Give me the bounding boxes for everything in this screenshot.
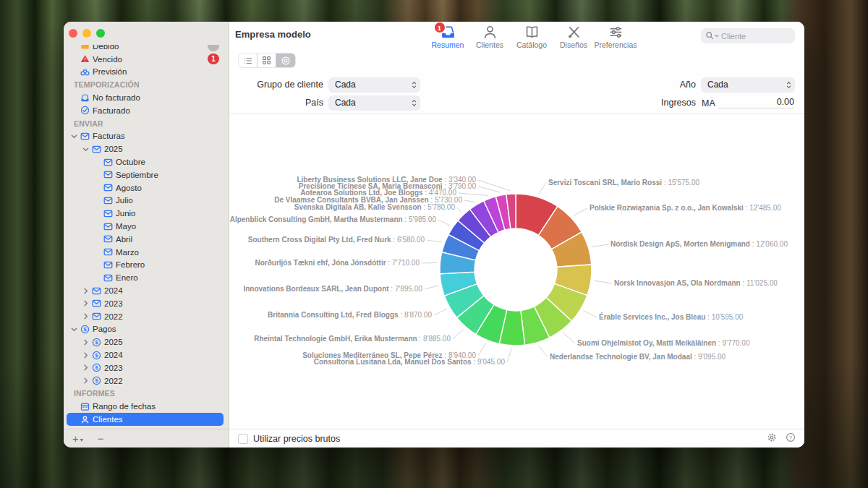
sidebar-item-octubre[interactable]: Octubre: [67, 155, 224, 168]
sidebar-item-mayo[interactable]: Mayo: [67, 220, 224, 233]
dollar-icon: $: [90, 363, 103, 372]
zoom-button[interactable]: [96, 29, 105, 38]
envelope-icon: [90, 312, 103, 321]
grupo-popup[interactable]: Cada: [329, 78, 420, 92]
ingresos-value: 0.00: [718, 97, 794, 108]
sidebar-item-vencido[interactable]: Vencido1: [67, 53, 224, 66]
ano-popup[interactable]: Cada: [702, 78, 794, 92]
label-leader-line: [563, 333, 576, 343]
gross-prices-checkbox[interactable]: [238, 434, 248, 444]
sidebar-item-2022[interactable]: $2022: [67, 374, 224, 388]
chevron-right-icon[interactable]: [81, 313, 90, 320]
label-leader-line: [425, 286, 438, 289]
envelope-icon: [90, 286, 103, 296]
search-field[interactable]: [702, 29, 794, 43]
envelope-icon: [102, 260, 114, 270]
sidebar-item-label: 2024: [103, 351, 224, 359]
sidebar-item-enero[interactable]: Enero: [67, 271, 224, 284]
chevron-right-icon[interactable]: [81, 364, 90, 371]
sidebar-item-abril[interactable]: Abril: [67, 233, 224, 246]
label-leader-line: [538, 345, 548, 357]
sidebar-item-label: Octubre: [114, 158, 224, 166]
grid-view-button[interactable]: [258, 53, 276, 67]
sidebar-list: DebidoVencido1PrevisiónTEMPORIZACIÓNNo f…: [67, 45, 224, 429]
sidebar-item-facturas[interactable]: Facturas: [67, 130, 224, 143]
sidebar-item-rango-de-fechas[interactable]: Rango de fechas: [67, 400, 224, 413]
toolbar-item-resumen[interactable]: 1 Resumen: [430, 24, 466, 49]
label-leader-line: [594, 281, 612, 283]
dollar-icon: $: [90, 338, 103, 347]
sidebar-item-no-facturado[interactable]: No facturado: [67, 91, 224, 104]
help-icon[interactable]: ?: [786, 432, 796, 445]
dollar-icon: $: [90, 351, 103, 360]
chart-label: Polskie Rozwiązania Sp. z o.o., Jan Kowa…: [590, 204, 781, 213]
toolbar-item-clientes[interactable]: Clientes: [472, 24, 508, 49]
chevron-right-icon[interactable]: [81, 352, 90, 359]
sidebar-item-agosto[interactable]: Agosto: [67, 181, 224, 194]
label-leader-line: [478, 180, 511, 191]
sidebar-item-label: 2025: [103, 338, 224, 346]
svg-text:$: $: [95, 364, 98, 371]
toolbar-item-preferencias[interactable]: Preferencias: [597, 24, 634, 49]
sidebar-item-julio[interactable]: Julio: [67, 194, 224, 207]
sidebar-footer: +▾ −: [64, 429, 229, 448]
remove-button[interactable]: −: [98, 432, 104, 445]
envelope-icon: [90, 299, 103, 308]
envelope-icon: [102, 183, 114, 192]
sidebar-item-2022[interactable]: 2022: [67, 310, 224, 323]
chevron-right-icon[interactable]: [81, 300, 90, 307]
chevron-down-icon[interactable]: [69, 326, 79, 333]
list-view-button[interactable]: [239, 53, 258, 67]
sidebar-item-2024[interactable]: $2024: [67, 348, 224, 361]
chart-label: Érable Services Inc., Jos Bleau : 10'595…: [599, 313, 743, 322]
list-icon: [243, 56, 253, 66]
pais-popup[interactable]: Cada: [329, 96, 420, 110]
sidebar-item-febrero[interactable]: Febrero: [67, 259, 224, 272]
envelope-icon: [102, 209, 114, 218]
clients-donut-chart: Servizi Toscani SRL, Mario Rossi : 15'57…: [229, 114, 804, 429]
search-input[interactable]: [721, 32, 791, 40]
envelope-icon: [102, 234, 114, 244]
sidebar-item-label: Junio: [114, 209, 224, 218]
gear-icon[interactable]: [767, 432, 777, 445]
sidebar-item-2025[interactable]: 2025: [67, 142, 224, 155]
label-leader-line: [574, 208, 588, 216]
minimize-button[interactable]: [82, 29, 91, 38]
sidebar-item-label: Vencido: [91, 55, 208, 64]
inbox-tray-icon: 1: [441, 24, 456, 40]
sidebar-item-pagos[interactable]: $Pagos: [67, 323, 224, 336]
svg-text:$: $: [83, 326, 86, 333]
sidebar-item-previsión[interactable]: Previsión: [67, 66, 224, 79]
label-leader-line: [583, 311, 597, 318]
sidebar-item-junio[interactable]: Junio: [67, 207, 224, 220]
ingresos-field[interactable]: MA 0.00: [702, 97, 794, 108]
folder-icon: [79, 45, 91, 51]
sidebar: DebidoVencido1PrevisiónTEMPORIZACIÓNNo f…: [64, 22, 229, 448]
chevron-right-icon[interactable]: [81, 339, 90, 346]
sidebar-item-marzo[interactable]: Marzo: [67, 246, 224, 259]
sidebar-item-label: Facturas: [91, 132, 224, 140]
sidebar-item-facturado[interactable]: Facturado: [67, 104, 224, 117]
label-leader-line: [457, 207, 461, 213]
sidebar-item-2023[interactable]: 2023: [67, 297, 224, 310]
svg-text:$: $: [95, 377, 98, 384]
sidebar-item-clientes[interactable]: Clientes: [67, 413, 224, 426]
chevron-down-icon[interactable]: [81, 146, 90, 153]
chevron-down-icon[interactable]: [69, 133, 79, 140]
toolbar-item-disenos[interactable]: Diseños: [556, 24, 592, 49]
label-leader-line: [459, 193, 489, 196]
donut-view-button[interactable]: [276, 53, 295, 67]
chart-label: Suomi Ohjelmistot Oy, Matti Meikäläinen …: [577, 339, 749, 348]
sidebar-item-2023[interactable]: $2023: [67, 361, 224, 374]
count-badge: [208, 45, 219, 51]
sidebar-item-debido[interactable]: Debido: [67, 45, 224, 53]
sidebar-item-septiembre[interactable]: Septiembre: [67, 168, 224, 181]
add-button[interactable]: +▾: [72, 432, 83, 445]
toolbar-item-catalogo[interactable]: Catálogo: [514, 24, 550, 49]
sidebar-item-2025[interactable]: $2025: [67, 335, 224, 348]
close-button[interactable]: [69, 29, 77, 38]
sidebar-item-2024[interactable]: 2024: [67, 284, 224, 297]
svg-text:$: $: [95, 352, 98, 359]
chevron-right-icon[interactable]: [81, 377, 90, 384]
chevron-right-icon[interactable]: [81, 288, 90, 294]
